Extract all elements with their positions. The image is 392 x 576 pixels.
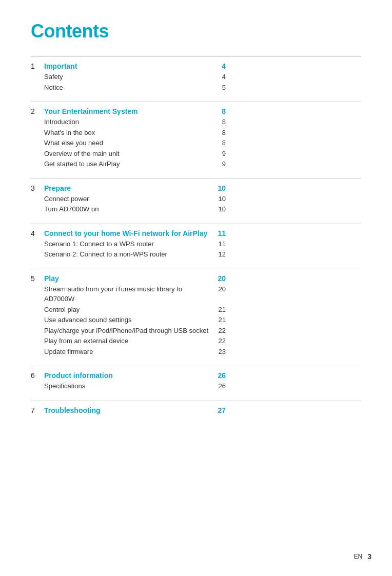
- sub-entry-1-1: Notice5: [31, 83, 226, 93]
- sub-entry-5-1: Control play21: [31, 305, 226, 315]
- toc-section-5: 5Play20Stream audio from your iTunes mus…: [31, 269, 361, 357]
- section-page-7: 27: [213, 406, 226, 414]
- toc-section-2: 2Your Entertainment System8Introduction8…: [31, 102, 361, 169]
- page-footer: EN 3: [354, 552, 371, 561]
- sub-title-5-4: Play from an external device: [44, 336, 213, 346]
- sub-title-5-0: Stream audio from your iTunes music libr…: [44, 284, 213, 304]
- sub-page-1-0: 4: [213, 73, 226, 81]
- sub-title-1-1: Notice: [44, 83, 213, 93]
- section-title-7: Troubleshooting: [44, 406, 213, 414]
- sub-entry-6-0: Specifications26: [31, 381, 226, 391]
- section-title-1: Important: [44, 62, 213, 70]
- section-page-3: 10: [213, 184, 226, 192]
- sub-page-5-0: 20: [213, 285, 226, 293]
- sub-page-2-0: 8: [213, 118, 226, 126]
- sub-entry-5-4: Play from an external device22: [31, 336, 226, 346]
- sub-entry-3-1: Turn AD7000W on10: [31, 204, 226, 214]
- footer-lang: EN: [354, 553, 363, 560]
- sub-title-5-1: Control play: [44, 305, 213, 315]
- divider-5: [31, 269, 361, 269]
- sub-title-5-2: Use advanced sound settings: [44, 315, 213, 325]
- section-num-4: 4: [31, 229, 41, 237]
- sub-page-1-1: 5: [213, 84, 226, 91]
- divider-3: [31, 178, 361, 179]
- toc-heading-6: 6Product information26: [31, 371, 226, 380]
- sub-entry-3-0: Connect power10: [31, 194, 226, 204]
- toc-heading-5: 5Play20: [31, 274, 226, 283]
- sub-page-4-0: 11: [213, 240, 226, 248]
- sub-title-5-5: Update firmware: [44, 347, 213, 357]
- sub-entry-2-3: Overview of the main unit9: [31, 149, 226, 159]
- toc-section-1: 1Important4Safety4Notice5: [31, 56, 361, 92]
- section-title-3: Prepare: [44, 184, 213, 192]
- page-title: Contents: [31, 21, 361, 42]
- section-page-4: 11: [213, 229, 226, 237]
- sub-page-2-1: 8: [213, 129, 226, 136]
- section-num-7: 7: [31, 406, 41, 414]
- divider-6: [31, 366, 361, 366]
- toc-heading-2: 2Your Entertainment System8: [31, 107, 226, 115]
- sub-entry-4-0: Scenario 1: Connect to a WPS router11: [31, 239, 226, 249]
- sub-page-2-3: 9: [213, 150, 226, 157]
- divider-4: [31, 224, 361, 224]
- sub-title-2-3: Overview of the main unit: [44, 149, 213, 159]
- divider-7: [31, 401, 361, 401]
- section-title-6: Product information: [44, 371, 213, 380]
- toc-section-7: 7Troubleshooting27: [31, 401, 361, 414]
- section-num-1: 1: [31, 62, 41, 70]
- footer-page-number: 3: [367, 552, 371, 561]
- sub-title-3-1: Turn AD7000W on: [44, 204, 213, 214]
- sub-title-2-4: Get started to use AirPlay: [44, 159, 213, 169]
- sub-title-2-2: What else you need: [44, 138, 213, 148]
- section-page-1: 4: [213, 62, 226, 70]
- sub-page-6-0: 26: [213, 382, 226, 390]
- divider-1: [31, 56, 361, 57]
- section-title-2: Your Entertainment System: [44, 107, 213, 115]
- sub-entry-2-1: What's in the box8: [31, 128, 226, 138]
- sub-title-1-0: Safety: [44, 72, 213, 82]
- toc-heading-7: 7Troubleshooting27: [31, 406, 226, 414]
- section-num-5: 5: [31, 274, 41, 283]
- sub-entry-5-5: Update firmware23: [31, 347, 226, 357]
- sub-page-5-3: 22: [213, 327, 226, 334]
- section-num-6: 6: [31, 371, 41, 380]
- section-page-5: 20: [213, 274, 226, 283]
- sub-entry-2-4: Get started to use AirPlay9: [31, 159, 226, 169]
- sub-entry-5-0: Stream audio from your iTunes music libr…: [31, 284, 226, 304]
- sub-page-5-1: 21: [213, 306, 226, 313]
- sub-entry-4-1: Scenario 2: Connect to a non-WPS router1…: [31, 249, 226, 260]
- sub-title-2-0: Introduction: [44, 117, 213, 127]
- section-page-6: 26: [213, 371, 226, 380]
- sub-page-4-1: 12: [213, 250, 226, 258]
- toc-section-4: 4Connect to your home Wi-Fi network for …: [31, 224, 361, 260]
- sub-title-4-1: Scenario 2: Connect to a non-WPS router: [44, 249, 213, 260]
- sub-page-2-4: 9: [213, 160, 226, 168]
- sub-page-5-4: 22: [213, 337, 226, 345]
- sub-title-5-3: Play/charge your iPod/iPhone/iPad throug…: [44, 326, 213, 336]
- section-num-3: 3: [31, 184, 41, 192]
- toc-heading-4: 4Connect to your home Wi-Fi network for …: [31, 229, 226, 237]
- sub-page-5-2: 21: [213, 316, 226, 324]
- section-num-2: 2: [31, 107, 41, 115]
- sub-entry-2-2: What else you need8: [31, 138, 226, 148]
- section-title-4: Connect to your home Wi-Fi network for A…: [44, 229, 213, 237]
- toc-heading-1: 1Important4: [31, 62, 226, 70]
- toc-container: 1Important4Safety4Notice52Your Entertain…: [31, 56, 361, 414]
- toc-section-6: 6Product information26Specifications26: [31, 366, 361, 391]
- sub-entry-5-3: Play/charge your iPod/iPhone/iPad throug…: [31, 326, 226, 336]
- sub-title-6-0: Specifications: [44, 381, 213, 391]
- section-page-2: 8: [213, 107, 226, 115]
- sub-title-3-0: Connect power: [44, 194, 213, 204]
- sub-title-2-1: What's in the box: [44, 128, 213, 138]
- sub-entry-5-2: Use advanced sound settings21: [31, 315, 226, 325]
- sub-page-2-2: 8: [213, 139, 226, 147]
- sub-page-3-0: 10: [213, 195, 226, 203]
- sub-entry-1-0: Safety4: [31, 72, 226, 82]
- sub-page-5-5: 23: [213, 348, 226, 355]
- toc-heading-3: 3Prepare10: [31, 184, 226, 192]
- section-title-5: Play: [44, 274, 213, 283]
- sub-entry-2-0: Introduction8: [31, 117, 226, 127]
- toc-section-3: 3Prepare10Connect power10Turn AD7000W on…: [31, 178, 361, 214]
- divider-2: [31, 102, 361, 102]
- sub-page-3-1: 10: [213, 205, 226, 213]
